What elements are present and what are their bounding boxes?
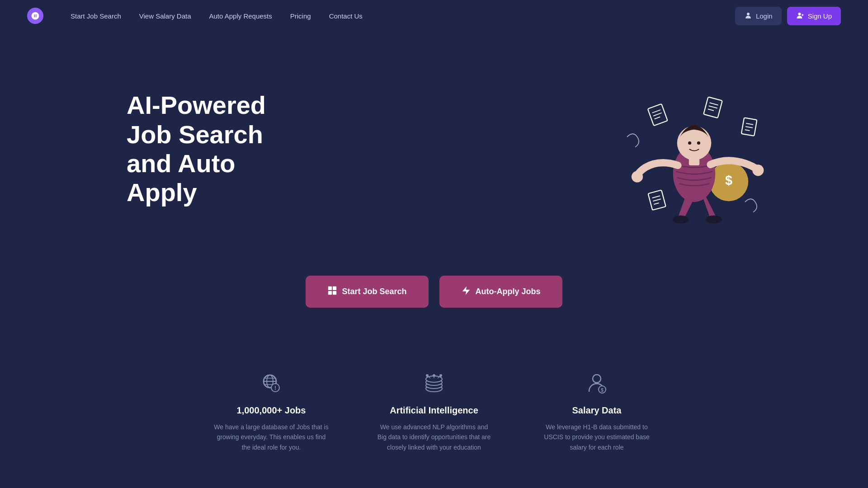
grid-icon — [327, 286, 337, 298]
nav-link-pricing[interactable]: Pricing — [290, 12, 311, 20]
svg-line-12 — [709, 106, 717, 108]
signup-icon — [796, 11, 804, 21]
salary-icon: $ — [584, 371, 609, 396]
svg-line-19 — [652, 196, 660, 198]
feature-salary: $ Salary Data We leverage H1-B data subm… — [538, 371, 656, 452]
hero-text: AI-Powered Job Search and Auto Apply — [127, 91, 307, 207]
start-job-search-button[interactable]: Start Job Search — [306, 276, 428, 308]
svg-line-8 — [653, 113, 662, 116]
svg-point-53 — [593, 375, 601, 383]
svg-line-15 — [746, 123, 753, 125]
ai-icon — [421, 371, 447, 396]
navbar: Start Job Search View Salary Data Auto A… — [0, 0, 868, 32]
svg-point-50 — [426, 374, 429, 377]
lightning-icon — [461, 286, 471, 298]
svg-text:!: ! — [274, 385, 276, 391]
feature-ai-title: Artificial Intelligence — [390, 405, 478, 416]
nav-actions: Login Sign Up — [735, 7, 841, 25]
nav-link-view-salary-data[interactable]: View Salary Data — [139, 12, 191, 20]
svg-line-17 — [745, 130, 750, 131]
jobs-icon: ! — [259, 371, 284, 396]
hero-section: AI-Powered Job Search and Auto Apply $ — [0, 32, 868, 267]
svg-rect-31 — [328, 286, 332, 290]
svg-line-20 — [653, 199, 660, 201]
auto-apply-button[interactable]: Auto-Apply Jobs — [439, 276, 562, 308]
svg-rect-10 — [703, 97, 722, 118]
svg-line-13 — [708, 109, 714, 110]
hero-title: AI-Powered Job Search and Auto Apply — [127, 91, 307, 207]
svg-point-23 — [632, 171, 643, 183]
svg-rect-26 — [689, 157, 699, 165]
login-button[interactable]: Login — [735, 7, 782, 25]
nav-link-auto-apply-requests[interactable]: Auto Apply Requests — [209, 12, 272, 20]
svg-point-30 — [706, 216, 722, 224]
feature-jobs: ! 1,000,000+ Jobs We have a large databa… — [212, 371, 330, 452]
nav-links: Start Job Search View Salary Data Auto A… — [71, 12, 735, 20]
svg-rect-34 — [333, 291, 336, 295]
feature-jobs-desc: We have a large database of Jobs that is… — [212, 422, 330, 452]
nav-link-start-job-search[interactable]: Start Job Search — [71, 12, 121, 20]
svg-rect-32 — [333, 286, 336, 290]
svg-line-16 — [745, 127, 753, 128]
svg-line-7 — [652, 110, 661, 113]
svg-point-24 — [752, 164, 764, 176]
svg-rect-14 — [741, 117, 757, 136]
auto-apply-label: Auto-Apply Jobs — [476, 287, 541, 296]
feature-salary-desc: We leverage H1-B data submitted to USCIS… — [538, 422, 656, 452]
login-icon — [744, 11, 752, 21]
logo[interactable] — [27, 8, 43, 24]
feature-salary-title: Salary Data — [572, 405, 622, 416]
svg-line-21 — [654, 203, 659, 204]
svg-rect-33 — [328, 291, 332, 295]
svg-text:$: $ — [601, 388, 604, 393]
cta-section: Start Job Search Auto-Apply Jobs — [0, 267, 868, 344]
svg-point-25 — [677, 126, 712, 160]
svg-point-1 — [798, 13, 801, 15]
feature-jobs-title: 1,000,000+ Jobs — [237, 405, 306, 416]
svg-point-29 — [673, 216, 689, 224]
features-section: ! 1,000,000+ Jobs We have a large databa… — [0, 344, 868, 470]
feature-ai: Artificial Intelligence We use advanced … — [375, 371, 493, 452]
svg-point-51 — [433, 374, 435, 377]
signup-label: Sign Up — [808, 12, 832, 20]
feature-ai-desc: We use advanced NLP algorithms and Big d… — [375, 422, 493, 452]
svg-point-52 — [439, 374, 442, 377]
svg-point-28 — [697, 141, 700, 145]
login-label: Login — [756, 12, 773, 20]
start-job-search-label: Start Job Search — [342, 287, 406, 296]
hero-illustration: $ — [574, 63, 778, 235]
svg-line-9 — [655, 117, 660, 119]
nav-link-contact-us[interactable]: Contact Us — [329, 12, 363, 20]
logo-icon — [27, 8, 43, 24]
signup-button[interactable]: Sign Up — [787, 7, 841, 25]
svg-text:$: $ — [725, 173, 732, 188]
svg-line-11 — [710, 103, 718, 105]
svg-point-0 — [747, 13, 750, 15]
svg-point-27 — [688, 141, 691, 145]
